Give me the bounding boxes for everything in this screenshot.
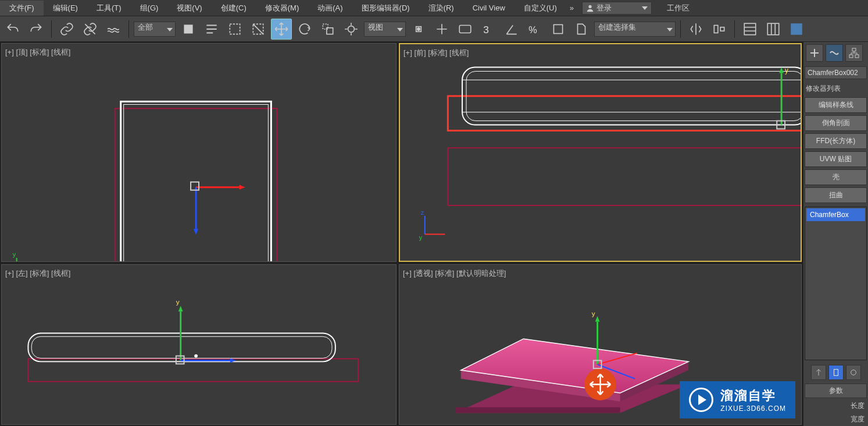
select-by-name-button[interactable] bbox=[201, 19, 222, 40]
svg-rect-14 bbox=[720, 27, 724, 31]
scale-button[interactable] bbox=[317, 19, 338, 40]
svg-rect-13 bbox=[714, 25, 718, 33]
menu-civil[interactable]: Civil View bbox=[463, 1, 515, 15]
svg-text:y: y bbox=[592, 310, 595, 317]
rect-select-button[interactable] bbox=[224, 19, 245, 40]
make-unique-button[interactable] bbox=[846, 365, 861, 380]
bind-spacewarp-button[interactable] bbox=[103, 19, 124, 40]
svg-point-8 bbox=[417, 27, 420, 30]
svg-rect-29 bbox=[448, 148, 801, 205]
svg-rect-15 bbox=[744, 23, 756, 35]
svg-rect-44 bbox=[28, 333, 335, 361]
menu-anim[interactable]: 动画(A) bbox=[308, 1, 352, 16]
menu-grapheditor[interactable]: 图形编辑器(D) bbox=[352, 1, 419, 16]
mod-btn-ffd-box[interactable]: FFD(长方体) bbox=[805, 133, 867, 149]
svg-text:y: y bbox=[13, 251, 16, 258]
mod-btn-twist[interactable]: 扭曲 bbox=[805, 187, 867, 203]
select-object-button[interactable] bbox=[178, 19, 199, 40]
viewport-top-scene: y bbox=[2, 44, 396, 261]
viewport-perspective[interactable]: [+] [透视] [标准] [默认明暗处理] bbox=[399, 264, 802, 425]
svg-point-70 bbox=[851, 370, 856, 375]
svg-rect-66 bbox=[852, 48, 856, 51]
undo-button[interactable] bbox=[2, 19, 23, 40]
viewport-left-scene: y bbox=[2, 265, 396, 424]
svg-marker-36 bbox=[779, 68, 784, 73]
viewport-front-label[interactable]: [+] [前] [标准] [线框] bbox=[403, 48, 469, 58]
svg-rect-45 bbox=[31, 336, 332, 358]
menu-more[interactable]: » bbox=[566, 1, 577, 15]
ref-coord-system[interactable]: 视图 bbox=[364, 22, 406, 37]
manipulate-button[interactable] bbox=[431, 19, 452, 40]
params-rollout-header[interactable]: 参数 bbox=[805, 384, 867, 398]
modifier-stack[interactable]: ChamferBox bbox=[805, 207, 867, 360]
window-crossing-button[interactable] bbox=[248, 19, 269, 40]
separator bbox=[51, 20, 52, 38]
menu-group[interactable]: 组(G) bbox=[131, 1, 168, 16]
menu-create[interactable]: 创建(C) bbox=[212, 1, 256, 16]
menu-file[interactable]: 文件(F) bbox=[0, 1, 44, 16]
svg-rect-2 bbox=[230, 24, 240, 34]
svg-rect-18 bbox=[115, 108, 277, 261]
svg-text:%: % bbox=[528, 24, 537, 34]
rotate-button[interactable] bbox=[294, 19, 315, 40]
mod-btn-shell[interactable]: 壳 bbox=[805, 169, 867, 185]
toggle-ribbon-button[interactable] bbox=[763, 19, 784, 40]
create-tab[interactable] bbox=[806, 44, 823, 62]
stack-item-chamferbox[interactable]: ChamferBox bbox=[806, 208, 865, 221]
object-name-field[interactable]: ChamferBox002 bbox=[805, 66, 867, 79]
menu-view[interactable]: 视图(V) bbox=[167, 1, 211, 16]
menu-customize[interactable]: 自定义(U) bbox=[515, 1, 566, 16]
mirror-button[interactable] bbox=[685, 19, 706, 40]
named-selection-set[interactable]: 创建选择集 bbox=[594, 22, 676, 37]
viewport-front[interactable]: [+] [前] [标准] [线框] y z y bbox=[399, 43, 802, 262]
viewport-left[interactable]: [+] [左] [标准] [线框] y bbox=[1, 264, 397, 425]
layer-explorer-button[interactable] bbox=[740, 19, 760, 40]
command-panel-tabs bbox=[803, 42, 868, 64]
modify-tab[interactable] bbox=[826, 44, 843, 62]
snap-toggle-button[interactable]: 3 bbox=[478, 19, 499, 40]
menu-edit[interactable]: 编辑(E) bbox=[44, 1, 87, 16]
keyboard-shortcut-button[interactable] bbox=[455, 19, 476, 40]
mod-btn-bevel-profile[interactable]: 倒角剖面 bbox=[805, 115, 867, 131]
move-button[interactable] bbox=[271, 19, 292, 40]
modifier-list-label: 修改器列表 bbox=[803, 81, 868, 96]
unlink-button[interactable] bbox=[80, 19, 101, 40]
angle-snap-button[interactable] bbox=[501, 19, 522, 40]
percent-snap-button[interactable]: % bbox=[524, 19, 545, 40]
caret-down-icon bbox=[642, 6, 648, 10]
workspace-label[interactable]: 工作区 bbox=[662, 1, 694, 16]
align-button[interactable] bbox=[709, 19, 730, 40]
mod-btn-edit-spline[interactable]: 编辑样条线 bbox=[805, 97, 867, 113]
viewport-top-label[interactable]: [+] [顶] [标准] [线框] bbox=[5, 47, 70, 58]
edit-named-sel-button[interactable] bbox=[571, 19, 592, 40]
menu-tools[interactable]: 工具(T) bbox=[87, 1, 131, 16]
mod-btn-uvw-map[interactable]: UVW 贴图 bbox=[805, 151, 867, 167]
placement-button[interactable] bbox=[341, 19, 362, 40]
svg-point-6 bbox=[348, 26, 355, 32]
svg-rect-12 bbox=[553, 24, 562, 33]
link-button[interactable] bbox=[56, 19, 77, 40]
svg-text:y: y bbox=[419, 234, 423, 241]
selection-filter[interactable]: 全部 bbox=[134, 22, 176, 37]
separator bbox=[128, 20, 129, 38]
login-dropdown[interactable]: 登录 bbox=[582, 2, 652, 15]
viewport-perspective-label[interactable]: [+] [透视] [标准] [默认明暗处理] bbox=[403, 268, 506, 279]
svg-marker-61 bbox=[595, 316, 600, 322]
hierarchy-tab[interactable] bbox=[845, 44, 863, 62]
show-end-result-button[interactable] bbox=[828, 365, 844, 380]
param-length: 长度 bbox=[803, 399, 868, 413]
menu-modifier[interactable]: 修改器(M) bbox=[256, 1, 309, 16]
menu-render[interactable]: 渲染(R) bbox=[419, 1, 463, 16]
pin-stack-button[interactable] bbox=[811, 365, 826, 380]
redo-button[interactable] bbox=[26, 19, 47, 40]
pivot-center-button[interactable] bbox=[408, 19, 429, 40]
viewport-top[interactable]: [+] [顶] [标准] [线框] y bbox=[1, 43, 397, 262]
svg-marker-22 bbox=[240, 185, 245, 190]
curve-editor-button[interactable] bbox=[786, 19, 807, 40]
viewport-left-label[interactable]: [+] [左] [标准] [线框] bbox=[5, 268, 70, 279]
svg-text:y: y bbox=[785, 66, 788, 74]
separator bbox=[734, 20, 735, 38]
main-toolbar: 全部 视图 3 % 创建选择集 bbox=[0, 16, 868, 42]
play-icon bbox=[689, 388, 713, 412]
spinner-snap-button[interactable] bbox=[548, 19, 569, 40]
